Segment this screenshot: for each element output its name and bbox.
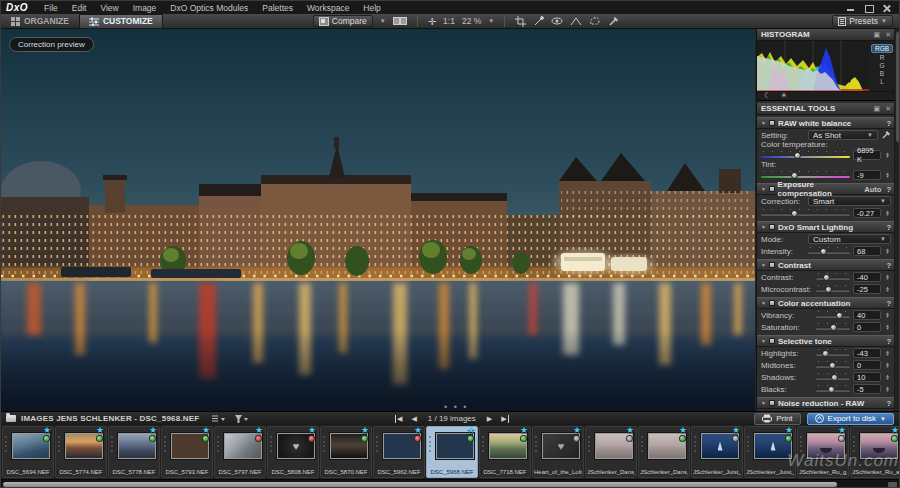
dual-view-icon[interactable] (393, 16, 407, 26)
channel-r[interactable]: R (877, 54, 888, 61)
section-color-accentuation[interactable]: ▼ Color accentuation ? (757, 297, 895, 309)
help-icon[interactable]: ? (886, 337, 891, 346)
vibrancy-slider[interactable] (816, 310, 850, 320)
collapse-arrow-icon[interactable]: ▼ (761, 224, 766, 230)
contrast-slider[interactable] (816, 272, 850, 282)
enable-checkbox[interactable] (769, 400, 775, 406)
panel-close-icon[interactable]: ✕ (885, 31, 891, 39)
section-selective-tone[interactable]: ▼ Selective tone ? (757, 335, 895, 347)
blacks-value[interactable]: -5 (853, 384, 881, 394)
color-temperature-slider[interactable] (761, 150, 850, 160)
menu-item-file[interactable]: File (37, 3, 65, 13)
image-viewer[interactable]: Correction preview (1, 29, 755, 411)
horizon-tool-icon[interactable] (570, 16, 582, 26)
export-to-disk-button[interactable]: Export to disk ▼ (807, 413, 894, 425)
shadows-slider[interactable] (816, 372, 850, 382)
filmstrip-thumbnail[interactable]: ★ JSchlenker_Dans_Gr... (638, 426, 690, 478)
filmstrip-thumbnail[interactable]: ★ DSC_5778.NEF (108, 426, 160, 478)
channel-b[interactable]: B (877, 70, 887, 77)
scrollbar-thumb[interactable] (3, 482, 837, 487)
collapse-arrow-icon[interactable]: ▼ (761, 300, 766, 306)
stepper-icon[interactable]: ▲▼ (884, 374, 891, 381)
enable-checkbox[interactable] (769, 338, 775, 344)
dust-removal-icon[interactable] (533, 16, 544, 27)
filmstrip-thumbnail[interactable]: ★ JSchlenker_Dans_Gr... (585, 426, 637, 478)
shadow-clipping-icon[interactable]: ☾ (764, 92, 771, 100)
filmstrip-thumbnail[interactable]: ★ DSC_5808.NEF (267, 426, 319, 478)
help-icon[interactable]: ? (886, 261, 891, 270)
microcontrast-value[interactable]: -25 (853, 284, 881, 294)
panel-menu-icon[interactable]: ▣ (874, 105, 881, 113)
filmstrip-thumbnail[interactable]: ★ JSchlenker_Ru_g_an... (797, 426, 849, 478)
filmstrip-thumbnail[interactable]: ★ DSC_5962.NEF (373, 426, 425, 478)
channel-g[interactable]: G (876, 62, 887, 69)
panel-close-icon[interactable]: ✕ (885, 105, 891, 113)
menu-item-image[interactable]: Image (126, 3, 164, 13)
collapse-arrow-icon[interactable]: ▼ (761, 186, 766, 192)
shadows-value[interactable]: 10 (853, 372, 881, 382)
saturation-slider[interactable] (816, 322, 850, 332)
zoom-dropdown-icon[interactable]: ▼ (488, 18, 494, 24)
contrast-value[interactable]: -40 (853, 272, 881, 282)
filmstrip-thumbnail[interactable]: ★ JSchlenker_Ru_a_an... (850, 426, 899, 478)
filmstrip-thumbnail[interactable]: ★ JSchlenker_Juist_Pie... (744, 426, 796, 478)
restore-icon[interactable] (864, 4, 873, 12)
wb-eyedropper-icon[interactable] (881, 130, 891, 140)
channel-rgb[interactable]: RGB (871, 44, 893, 53)
menu-item-edit[interactable]: Edit (65, 3, 94, 13)
tint-slider[interactable] (761, 170, 850, 180)
minimize-icon[interactable] (846, 4, 855, 12)
export-dropdown-icon[interactable]: ▼ (880, 416, 886, 422)
panel-menu-icon[interactable]: ▣ (874, 31, 881, 39)
menu-item-help[interactable]: Help (356, 3, 387, 13)
help-icon[interactable]: ? (886, 185, 891, 194)
section-raw-white-balance[interactable]: ▼ RAW white balance ? (757, 117, 895, 129)
filmstrip-thumbnail[interactable]: ★ DSC_5774.NEF (55, 426, 107, 478)
wb-setting-select[interactable]: As Shot ▼ (808, 130, 878, 140)
highlights-slider[interactable] (816, 348, 850, 358)
menu-item-palettes[interactable]: Palettes (255, 3, 300, 13)
menu-item-view[interactable]: View (93, 3, 125, 13)
intensity-slider[interactable] (808, 246, 850, 256)
section-smart-lighting[interactable]: ▼ DxO Smart Lighting ? (757, 221, 895, 233)
vibrancy-value[interactable]: 40 (853, 310, 881, 320)
close-icon[interactable] (882, 4, 891, 12)
filmstrip-thumbnail[interactable]: ★ DSC_5968.NEF (426, 426, 478, 478)
lighting-mode-select[interactable]: Custom ▼ (808, 234, 891, 244)
help-icon[interactable]: ? (886, 399, 891, 408)
stepper-icon[interactable]: ▲▼ (884, 350, 891, 357)
stepper-icon[interactable]: ▲▼ (884, 286, 891, 293)
zoom-1to1-button[interactable]: 1:1 (443, 16, 455, 26)
exposure-slider[interactable] (761, 208, 850, 218)
section-exposure-compensation[interactable]: ▼ Exposure compensation Auto ? (757, 183, 895, 195)
compare-button[interactable]: Compare (313, 15, 373, 27)
red-eye-icon[interactable] (551, 16, 563, 26)
enable-checkbox[interactable] (769, 224, 775, 230)
filter-dropdown-icon[interactable] (235, 415, 249, 423)
enable-checkbox[interactable] (769, 186, 775, 192)
collapse-arrow-icon[interactable]: ▼ (761, 262, 766, 268)
exposure-correction-select[interactable]: Smart ▼ (808, 196, 891, 206)
collapse-arrow-icon[interactable]: ▼ (761, 120, 766, 126)
first-image-button[interactable]: ◀ (395, 415, 402, 423)
enable-checkbox[interactable] (769, 120, 775, 126)
crop-icon[interactable] (515, 16, 526, 27)
collapse-arrow-icon[interactable]: ▼ (761, 338, 766, 344)
filmstrip-thumbnail[interactable]: ★ DSC_5797.NEF (214, 426, 266, 478)
channel-l[interactable]: L (877, 78, 887, 85)
filmstrip-scrollbar[interactable] (1, 479, 899, 488)
enable-checkbox[interactable] (769, 300, 775, 306)
compare-dropdown-icon[interactable]: ▼ (380, 18, 386, 24)
sort-dropdown-icon[interactable] (212, 415, 226, 423)
zoom-level-value[interactable]: 22 % (462, 16, 481, 26)
collapse-arrow-icon[interactable]: ▼ (761, 400, 766, 406)
saturation-value[interactable]: 0 (853, 322, 881, 332)
presets-button[interactable]: Presets ▼ (832, 15, 893, 27)
filmstrip-thumbnail[interactable]: ★ JSchlenker_Juist_Pier... (691, 426, 743, 478)
filmstrip-thumbnail[interactable]: ★ Heart_of_the_Lofote... (532, 426, 584, 478)
help-icon[interactable]: ? (886, 299, 891, 308)
stepper-icon[interactable]: ▲▼ (884, 172, 891, 179)
auto-label[interactable]: Auto (864, 185, 881, 194)
tint-value[interactable]: -9 (853, 170, 881, 180)
stepper-icon[interactable]: ▲▼ (884, 386, 891, 393)
